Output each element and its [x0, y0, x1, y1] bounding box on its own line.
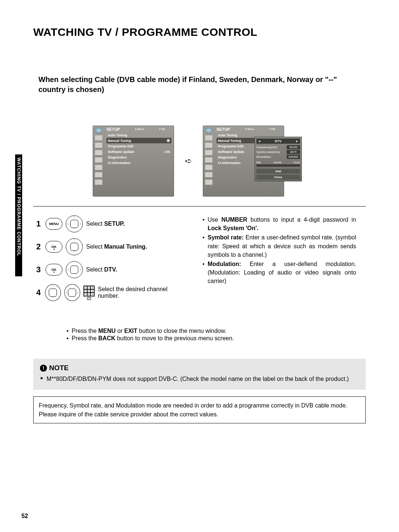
triangle-right-icon[interactable]: ► — [296, 140, 299, 143]
usb-icon — [205, 179, 213, 185]
osd-item-manual-tuning[interactable]: Manual Tuning — [106, 138, 171, 143]
step-number: 3 — [36, 265, 42, 274]
signal-bad: Bad — [256, 161, 261, 164]
input-icon — [205, 172, 213, 178]
dpad-icon: ˆˇ — [45, 284, 61, 301]
number-pad-icon: 123 456 789 0 — [83, 286, 95, 300]
page-number: 52 — [21, 513, 28, 519]
dtv-selector[interactable]: ◄ DTV ► — [256, 139, 300, 144]
info-box: Frequency, Symbol rate, and Modulation m… — [33, 396, 366, 423]
signal-bar — [256, 164, 300, 167]
lock-icon — [95, 164, 103, 170]
note-number-buttons: Use NUMBER buttons to input a 4-digit pa… — [202, 215, 356, 232]
closing-back: Press the BACK button to move to the pre… — [66, 335, 366, 342]
closing-instructions: Press the MENU or EXIT button to close t… — [33, 328, 366, 342]
step-2: 2 OK ˆˇ Select Manual Tuning. — [36, 238, 184, 255]
symbol-rate-label: Symbol rate(kS/s) — [256, 150, 280, 154]
dpad-icon: ‹› — [66, 261, 83, 278]
dtv-label: DTV — [275, 139, 282, 143]
step-number: 2 — [36, 242, 42, 252]
closing-menu-exit: Press the MENU or EXIT button to close t… — [66, 328, 366, 334]
sub-heading: When selecting Cable (DVB cable mode) if… — [33, 75, 366, 95]
usb-icon — [95, 179, 103, 185]
option-icon — [95, 157, 103, 163]
osd-nav-move: ꔂ Move — [245, 128, 254, 131]
note-symbol-rate: Symbol rate: Enter a user-defined symbol… — [202, 233, 356, 259]
side-tab: WATCHING TV / PROGRAMME CONTROL — [15, 154, 22, 276]
dpad-icon: ˆˇ — [66, 238, 83, 255]
symbol-rate-value[interactable]: 6875 — [287, 150, 300, 154]
picture-icon — [95, 135, 103, 141]
page-title: WATCHING TV / PROGRAMME CONTROL — [33, 26, 366, 38]
time-icon — [95, 150, 103, 156]
globe-icon — [205, 127, 213, 133]
step-3: 3 OK ‹› Select DTV. — [36, 261, 184, 278]
time-icon — [205, 150, 213, 156]
add-button[interactable]: Add — [256, 169, 300, 174]
osd-icon-column — [93, 126, 104, 196]
steps-list: 1 MENU ˆˇ ‹› Select SETUP. 2 OK ˆˇ Selec… — [36, 215, 184, 307]
osd-header: SETUP — [216, 127, 230, 132]
frequency-value[interactable]: 36200 — [287, 145, 300, 149]
arrow-right-icon: ➪ — [185, 156, 192, 166]
note-icon: ! — [40, 365, 47, 372]
osd-header: SETUP — [106, 127, 120, 132]
osd-left: SETUP ꔂ Move ꔉ OK Auto Tuning Manual Tun… — [93, 126, 174, 197]
note-label: NOTE — [49, 364, 69, 372]
ok-button-icon: OK — [45, 241, 62, 253]
step-4-text: Select the desired channel number. — [98, 286, 184, 299]
option-icon — [205, 157, 213, 163]
menu-button-icon: MENU — [45, 218, 62, 230]
step-2-text: Select Manual Tuning. — [86, 243, 147, 250]
dpad-icon: ‹› — [64, 284, 80, 301]
note-body: M**80D/DF/DB/DN-PYM does not support DVB… — [40, 375, 359, 383]
osd-item-ci-information[interactable]: CI Information — [106, 160, 171, 166]
frequency-label: Frequency(kHz) — [256, 146, 277, 149]
osd-right: SETUP ꔂ Move ꔉ OK Auto Tuning Manual Tun… — [203, 126, 306, 197]
triangle-left-icon[interactable]: ◄ — [258, 140, 261, 143]
osd-item-auto-tuning[interactable]: Auto Tuning — [106, 132, 171, 138]
dpad-icon: ˆˇ ‹› — [66, 215, 83, 232]
step-number: 4 — [36, 288, 42, 297]
modulation-value[interactable]: 640AM — [287, 155, 300, 159]
globe-icon — [95, 127, 103, 133]
right-notes: Use NUMBER buttons to input a 4-digit pa… — [201, 215, 356, 286]
osd-nav-ok: ꔉ OK — [269, 128, 275, 131]
osd-item-diagnostics[interactable]: Diagnostics — [106, 154, 171, 160]
picture-icon — [205, 135, 213, 141]
section-divider — [33, 206, 366, 207]
note-modulation: Modulation: Enter a user-defiend modulat… — [202, 260, 356, 286]
modulation-label: Modulation — [256, 155, 271, 158]
audio-icon — [205, 142, 213, 148]
signal-good: Good — [294, 161, 300, 164]
note-box: ! NOTE M**80D/DF/DB/DN-PYM does not supp… — [33, 359, 366, 390]
audio-icon — [95, 142, 103, 148]
lock-icon — [205, 164, 213, 170]
manual-tuning-panel: ◄ DTV ► Frequency(kHz)36200 Symbol rate(… — [255, 137, 302, 181]
ok-button-icon: OK — [45, 264, 62, 276]
osd-item-programme-edit[interactable]: Programme Edit — [106, 143, 171, 149]
close-button[interactable]: Close — [256, 175, 300, 180]
osd-row: SETUP ꔂ Move ꔉ OK Auto Tuning Manual Tun… — [33, 126, 366, 197]
step-1-text: Select SETUP. — [86, 221, 125, 227]
input-icon — [95, 172, 103, 178]
osd-item-software-update[interactable]: Software Update : ON — [106, 149, 171, 154]
radio-selected-icon — [167, 139, 170, 142]
step-1: 1 MENU ˆˇ ‹› Select SETUP. — [36, 215, 184, 232]
step-4: 4 ˆˇ ‹› 123 456 789 0 Select — [36, 284, 184, 301]
osd-nav-move: ꔂ Move — [135, 128, 144, 131]
step-number: 1 — [36, 219, 42, 229]
signal-normal: normal — [273, 161, 281, 164]
step-3-text: Select DTV. — [86, 266, 117, 273]
osd-nav-ok: ꔉ OK — [159, 128, 165, 131]
